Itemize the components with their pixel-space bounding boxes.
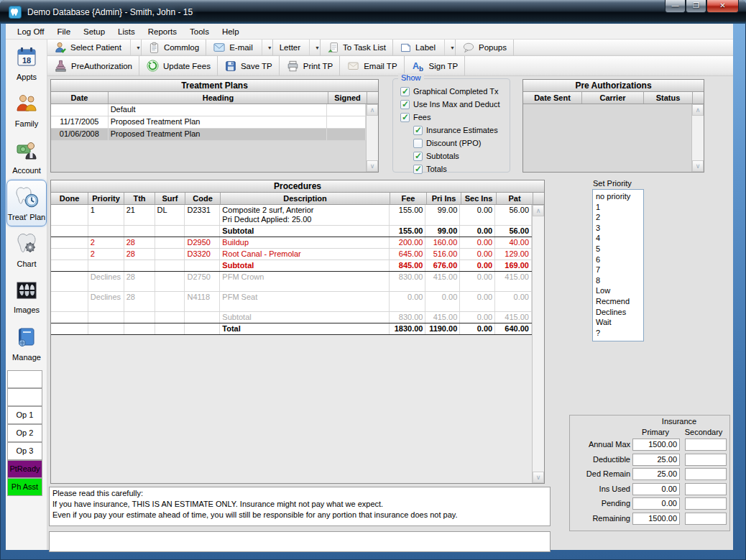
- priority-option-no-priority[interactable]: no priority: [596, 191, 640, 202]
- checkbox-use-ins-max-and-deduct[interactable]: Use Ins Max and Deduct: [400, 98, 510, 111]
- dropdown-arrow-icon[interactable]: ▼: [262, 40, 272, 55]
- e-mail-button[interactable]: E-mail: [206, 40, 259, 55]
- checkbox-fees[interactable]: Fees: [400, 111, 510, 124]
- op-cell-op-2[interactable]: Op 2: [7, 424, 42, 442]
- dropdown-arrow-icon[interactable]: ▼: [309, 40, 320, 55]
- menu-item-log-off[interactable]: Log Off: [11, 25, 51, 38]
- priority-option-declines[interactable]: Declines: [596, 307, 640, 318]
- procedure-row[interactable]: Declines28N4118PFM Seat0.000.000.000.00: [51, 292, 532, 312]
- close-button[interactable]: ✕: [706, 0, 739, 13]
- insurance-secondary-field-pending[interactable]: [685, 497, 727, 510]
- to-task-list-button[interactable]: To Task List: [321, 40, 392, 55]
- sidebar-module-treat-plan[interactable]: Treat' Plan: [6, 180, 47, 226]
- procedures-scrollbar[interactable]: ∧ ∨: [532, 205, 544, 483]
- save-tp-button[interactable]: Save TP: [218, 56, 279, 75]
- commlog-button[interactable]: Commlog: [142, 40, 206, 55]
- bottom-note-box[interactable]: [49, 531, 551, 552]
- insurance-primary-field-ded-remain[interactable]: 25.00: [632, 468, 680, 480]
- checkbox-graphical-completed-tx[interactable]: Graphical Completed Tx: [400, 85, 510, 98]
- menu-item-setup[interactable]: Setup: [77, 25, 111, 38]
- scroll-up-icon[interactable]: ∧: [367, 104, 378, 116]
- op-cell-op-1[interactable]: Op 1: [7, 406, 42, 424]
- menu-item-help[interactable]: Help: [216, 25, 246, 38]
- checkbox-checked-icon[interactable]: [400, 87, 410, 96]
- insurance-primary-field-remaining[interactable]: 1500.00: [632, 513, 680, 525]
- sidebar-module-images[interactable]: Images: [6, 273, 47, 320]
- op-cell-op-3[interactable]: Op 3: [7, 442, 42, 460]
- priority-option-3[interactable]: 3: [596, 223, 640, 234]
- priority-option-recmend[interactable]: Recmend: [596, 296, 640, 307]
- treatment-plan-row[interactable]: Default: [51, 104, 366, 116]
- scroll-up-icon[interactable]: ∧: [533, 205, 544, 216]
- op-cell-empty[interactable]: [7, 388, 42, 406]
- op-cell-empty[interactable]: [7, 370, 42, 388]
- insurance-secondary-field-remaining[interactable]: [685, 513, 727, 525]
- sidebar-module-appts[interactable]: 18Appts: [6, 40, 47, 86]
- treatment-plans-scrollbar[interactable]: ∧ ∨: [366, 104, 378, 172]
- estimate-note-box[interactable]: Please read this carefully:If you have i…: [49, 487, 551, 526]
- menu-item-file[interactable]: File: [51, 25, 78, 38]
- checkbox-discount-ppo[interactable]: Discount (PPO): [413, 137, 510, 150]
- treatment-plan-row[interactable]: 01/06/2008Proposed Treatment Plan: [51, 129, 366, 141]
- maximize-button[interactable]: ❐: [686, 0, 706, 13]
- priority-option-2[interactable]: 2: [596, 212, 640, 223]
- priority-option-wait[interactable]: Wait: [596, 317, 640, 328]
- set-priority-listbox[interactable]: no priority12345678LowRecmendDeclinesWai…: [592, 189, 644, 341]
- select-patient-button[interactable]: Select Patient: [47, 40, 128, 55]
- scroll-down-icon[interactable]: ∨: [367, 160, 378, 172]
- insurance-secondary-field-deductible[interactable]: [685, 454, 727, 466]
- procedure-row[interactable]: 228D3320Root Canal - Premolar645.00516.0…: [51, 249, 532, 260]
- insurance-primary-field-annual-max[interactable]: 1500.00: [632, 439, 680, 451]
- checkbox-subtotals[interactable]: Subtotals: [413, 150, 510, 162]
- menu-item-lists[interactable]: Lists: [111, 25, 142, 38]
- checkbox-unchecked-icon[interactable]: [413, 139, 423, 148]
- scroll-down-icon[interactable]: ∨: [692, 160, 704, 172]
- dropdown-arrow-icon[interactable]: ▼: [444, 40, 455, 55]
- insurance-secondary-field-annual-max[interactable]: [685, 439, 727, 451]
- priority-option-[interactable]: ?: [596, 328, 640, 339]
- priority-option-8[interactable]: 8: [596, 275, 640, 286]
- priority-option-5[interactable]: 5: [596, 244, 640, 254]
- sign-tp-button[interactable]: AbSign TP: [405, 56, 465, 75]
- menu-item-reports[interactable]: Reports: [142, 25, 183, 38]
- update-fees-button[interactable]: Update Fees: [139, 56, 217, 75]
- insurance-primary-field-pending[interactable]: 0.00: [632, 497, 680, 510]
- titlebar[interactable]: Demo Database {Admin} - Smith, John - 15…: [0, 0, 746, 24]
- treatment-plan-row[interactable]: 11/17/2005Proposed Treatment Plan: [51, 116, 366, 129]
- popups-button[interactable]: Popups: [456, 40, 513, 55]
- scroll-up-icon[interactable]: ∧: [692, 104, 704, 116]
- procedure-row[interactable]: Declines28D2750PFM Crown830.00415.000.00…: [51, 272, 532, 292]
- checkbox-insurance-estimates[interactable]: Insurance Estimates: [413, 124, 510, 137]
- insurance-secondary-field-ded-remain[interactable]: [685, 468, 727, 480]
- print-tp-button[interactable]: Print TP: [280, 56, 339, 75]
- priority-option-4[interactable]: 4: [596, 233, 640, 244]
- priority-option-7[interactable]: 7: [596, 265, 640, 275]
- sidebar-module-chart[interactable]: Chart: [6, 226, 47, 273]
- op-cell-ph-asst[interactable]: Ph Asst: [7, 478, 42, 496]
- checkbox-totals[interactable]: Totals: [413, 162, 510, 175]
- sidebar-module-family[interactable]: Family: [6, 86, 47, 133]
- email-tp-button[interactable]: Email TP: [340, 56, 403, 75]
- checkbox-checked-icon[interactable]: [413, 165, 423, 174]
- sidebar-module-account[interactable]: Account: [6, 133, 47, 180]
- preauthorization-button[interactable]: PreAuthorization: [47, 56, 139, 75]
- label-button[interactable]: Label: [393, 40, 442, 55]
- checkbox-checked-icon[interactable]: [400, 113, 410, 122]
- procedure-row[interactable]: 121DLD2331Composite 2 surf, AnteriorPri …: [51, 205, 532, 226]
- insurance-secondary-field-ins-used[interactable]: [685, 483, 727, 495]
- checkbox-checked-icon[interactable]: [413, 126, 423, 135]
- checkbox-checked-icon[interactable]: [413, 152, 423, 161]
- menu-item-tools[interactable]: Tools: [183, 25, 216, 38]
- letter-button[interactable]: Letter: [273, 40, 307, 55]
- minimize-button[interactable]: —: [665, 0, 686, 13]
- insurance-primary-field-ins-used[interactable]: 0.00: [632, 483, 680, 495]
- dropdown-arrow-icon[interactable]: ▼: [130, 40, 141, 55]
- sidebar-module-manage[interactable]: Manage: [6, 320, 47, 367]
- pre-authorizations-scrollbar[interactable]: ∧ ∨: [691, 104, 704, 172]
- procedure-row[interactable]: 228D2950Buildup200.00160.000.0040.00: [51, 237, 532, 249]
- checkbox-checked-icon[interactable]: [400, 100, 410, 109]
- priority-option-6[interactable]: 6: [596, 254, 640, 265]
- insurance-primary-field-deductible[interactable]: 25.00: [632, 454, 680, 466]
- op-cell-ptready[interactable]: PtReady: [7, 460, 42, 478]
- priority-option-low[interactable]: Low: [596, 285, 640, 296]
